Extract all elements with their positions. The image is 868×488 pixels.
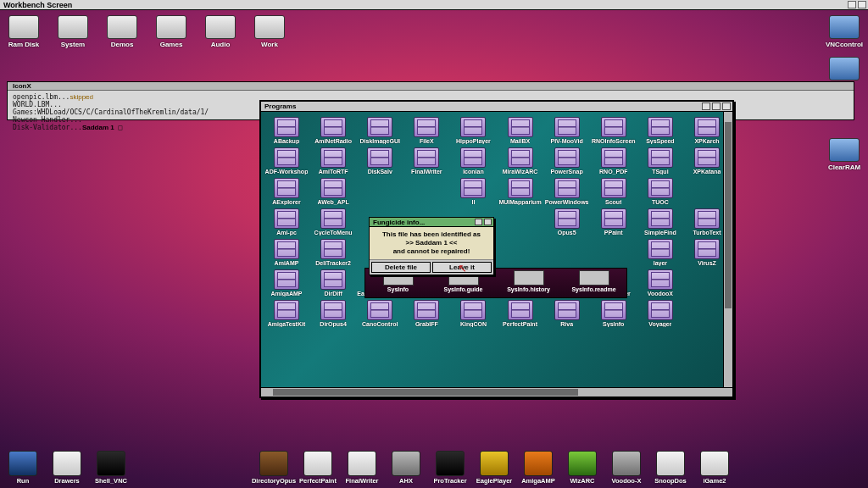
program-drawer-perfectpaint[interactable]: PerfectPaint <box>498 300 542 327</box>
drawer-icon <box>320 178 346 198</box>
window-depth-gadget[interactable] <box>722 103 731 110</box>
program-drawer-muimapparium[interactable]: MUIMapparium <box>498 178 542 205</box>
dock-item-drawers[interactable]: Drawers <box>49 451 85 485</box>
screen-title: Workbench Screen <box>3 1 72 9</box>
program-drawer-powersnap[interactable]: PowerSnap <box>545 147 589 175</box>
amidock[interactable]: RunDrawersShell_VNCDirectoryOpusPerfectP… <box>5 451 732 485</box>
drawer-icon <box>460 300 486 320</box>
dock-item-run[interactable]: Run <box>5 451 41 485</box>
programs-hscroll[interactable] <box>261 387 732 396</box>
desktop-disk-audio[interactable]: Audio <box>202 15 239 48</box>
drawer-label: VoodooX <box>648 291 673 297</box>
sysinfo-item-sysinfo-history[interactable]: SysInfo.history <box>499 270 559 292</box>
requester-close-gadget[interactable] <box>475 219 482 225</box>
program-drawer-mailbx[interactable]: MailBX <box>498 117 542 144</box>
dock-app-icon <box>656 451 685 476</box>
program-drawer-rnoinfoscreen[interactable]: RNOInfoScreen <box>592 117 636 144</box>
program-drawer-sysspeed[interactable]: SysSpeed <box>638 117 682 144</box>
program-drawer-ll[interactable]: ll <box>451 178 495 205</box>
dock-item-perfectpaint[interactable]: PerfectPaint <box>300 451 336 485</box>
program-drawer-riva[interactable]: Riva <box>545 300 589 327</box>
program-drawer-delitracker2[interactable]: DeliTracker2 <box>311 239 355 266</box>
desktop-tool-clearram[interactable]: ClearRAM <box>826 138 863 171</box>
program-drawer-diskimagegui[interactable]: DiskImageGUI <box>358 117 402 144</box>
program-drawer-cycletomenu[interactable]: CycleToMenu <box>311 208 355 236</box>
desktop-tool-vnccontrol[interactable]: VNCcontrol <box>826 15 863 48</box>
dock-item-wizarc[interactable]: WizARC <box>565 451 600 485</box>
disk-icon <box>254 15 285 39</box>
desktop-tool-unnamed[interactable] <box>826 57 863 82</box>
program-drawer-aweb-apl[interactable]: AWeb_APL <box>311 178 355 205</box>
dock-item-snoopdos[interactable]: SnoopDos <box>653 451 688 485</box>
program-drawer-piv-moovid[interactable]: PIV-MooVid <box>545 117 589 144</box>
program-drawer-filex[interactable]: FileX <box>404 117 448 144</box>
programs-vscroll[interactable] <box>723 112 732 387</box>
program-drawer-ami-pc[interactable]: Ami-pc <box>264 208 309 236</box>
desktop-disk-system[interactable]: System <box>54 15 92 48</box>
program-drawer-iconian[interactable]: Iconian <box>451 147 495 175</box>
dock-item-shell-vnc[interactable]: Shell_VNC <box>93 451 129 485</box>
drawer-icon <box>648 269 673 290</box>
window-zoom-gadget[interactable] <box>712 103 721 110</box>
dock-item-eagleplayer[interactable]: EaglePlayer <box>476 451 512 485</box>
desktop-disk-games[interactable]: Games <box>153 15 190 48</box>
programs-window[interactable]: Programs ABackupAmiNetRadioDiskImageGUIF… <box>259 100 734 398</box>
program-drawer-tuoc[interactable]: TUOC <box>638 178 682 205</box>
program-drawer-simplefind[interactable]: SimpleFind <box>638 208 682 236</box>
program-drawer-tsgui[interactable]: TSgui <box>638 147 682 175</box>
drawer-icon <box>554 300 580 320</box>
program-drawer-dirdiff[interactable]: DirDiff <box>311 269 355 297</box>
program-drawer-voodoox[interactable]: VoodooX <box>638 269 682 297</box>
desktop-disk-demos[interactable]: Demos <box>103 15 141 48</box>
program-drawer-powerwindows[interactable]: PowerWindows <box>545 178 589 205</box>
program-drawer-voyager[interactable]: Voyager <box>638 300 682 327</box>
program-drawer-finalwriter[interactable]: FinalWriter <box>404 147 448 175</box>
program-drawer-aminetradio[interactable]: AmiNetRadio <box>311 117 355 144</box>
program-drawer-grabiff[interactable]: GrabIFF <box>404 300 448 327</box>
iconx-titlebar[interactable]: IconX <box>8 82 854 91</box>
program-drawer-layer[interactable]: layer <box>638 239 682 266</box>
dock-item-amigaamp[interactable]: AmigaAMP <box>520 451 556 485</box>
dock-item-directoryopus[interactable]: DirectoryOpus <box>256 451 292 485</box>
program-drawer-sysinfo[interactable]: SysInfo <box>592 300 636 327</box>
dock-item-ahx[interactable]: AHX <box>388 451 424 485</box>
leave-it-button[interactable]: Leave it <box>432 262 492 273</box>
hscroll-thumb[interactable] <box>273 389 578 396</box>
dock-item-voodoo-x[interactable]: Voodoo-X <box>609 451 644 485</box>
dock-item-protracker[interactable]: ProTracker <box>432 451 468 485</box>
program-drawer-mirawizarc[interactable]: MiraWizARC <box>498 147 542 175</box>
screen-depth-gadget[interactable] <box>848 1 856 8</box>
program-drawer-adf-workshop[interactable]: ADF-Workshop <box>264 147 309 175</box>
program-drawer-scout[interactable]: Scout <box>592 178 636 205</box>
requester-titlebar[interactable]: Fungicide info... <box>370 218 493 227</box>
program-drawer-diropus4[interactable]: DirOpus4 <box>311 300 355 327</box>
desktop-disk-ram-disk[interactable]: Ram Disk <box>5 15 42 48</box>
program-drawer-aexplorer[interactable]: AExplorer <box>264 178 309 205</box>
screen-menubar[interactable]: Workbench Screen <box>0 0 868 10</box>
dock-item-igame2[interactable]: iGame2 <box>697 451 732 485</box>
program-drawer-amiamp[interactable]: AmiAMP <box>264 239 309 266</box>
programs-titlebar[interactable]: Programs <box>261 102 732 112</box>
program-drawer-hippoplayer[interactable]: HippoPlayer <box>451 117 495 144</box>
program-drawer-amigatestkit[interactable]: AmigaTestKit <box>264 300 309 327</box>
program-drawer-disksalv[interactable]: DiskSalv <box>358 147 402 175</box>
programs-icon-area[interactable]: ABackupAmiNetRadioDiskImageGUIFileXHippo… <box>261 112 732 387</box>
drawer-icon <box>460 147 486 168</box>
program-drawer-rno-pdf[interactable]: RNO_PDF <box>592 147 636 175</box>
file-label: SysInfo.readme <box>571 286 615 292</box>
program-drawer-abackup[interactable]: ABackup <box>264 117 309 144</box>
requester-depth-gadget[interactable] <box>484 219 492 225</box>
program-drawer-kingcon[interactable]: KingCON <box>451 300 495 327</box>
delete-file-button[interactable]: Delete file <box>371 262 431 273</box>
program-drawer-amigaamp[interactable]: AmigaAMP <box>264 269 309 297</box>
dock-item-finalwriter[interactable]: FinalWriter <box>344 451 380 485</box>
program-drawer-canocontrol[interactable]: CanoControl <box>358 300 402 327</box>
desktop-disk-work[interactable]: Work <box>251 15 288 48</box>
program-drawer-ppaint[interactable]: PPaint <box>592 208 636 236</box>
window-iconify-gadget[interactable] <box>702 103 710 110</box>
sysinfo-item-sysinfo-readme[interactable]: SysInfo.readme <box>565 270 624 292</box>
program-drawer-amitortf[interactable]: AmiToRTF <box>311 147 355 175</box>
program-drawer-opus5[interactable]: Opus5 <box>545 208 589 236</box>
vscroll-thumb[interactable] <box>725 122 732 308</box>
screen-other-gadget[interactable] <box>858 1 866 8</box>
